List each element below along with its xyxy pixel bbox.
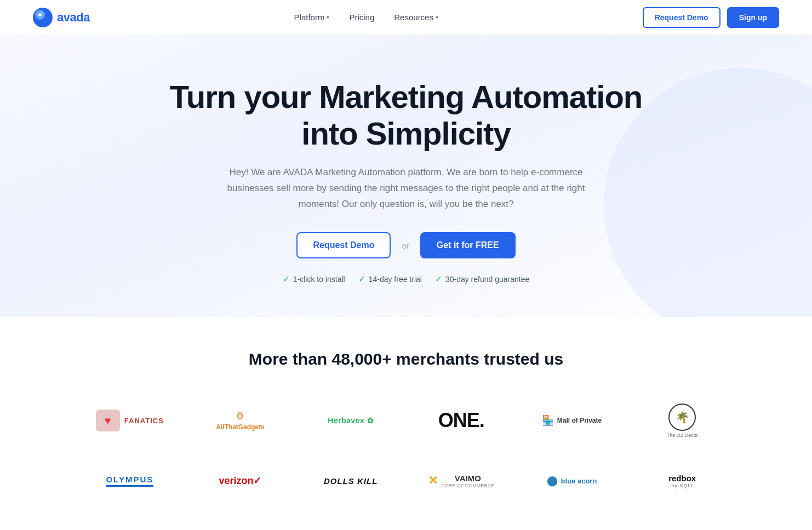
chevron-down-icon: ▾ bbox=[436, 14, 438, 20]
hero-subtitle: Hey! We are AVADA Marketing Automation p… bbox=[220, 165, 592, 212]
vaimo-sub: CORE OF COMMERCE bbox=[441, 483, 494, 488]
oz-label: The OZ Decor bbox=[667, 433, 698, 438]
trusted-section: More than 48,000+ merchants trusted us ♥… bbox=[0, 317, 812, 527]
logo[interactable]: avada bbox=[33, 8, 90, 27]
nav-resources[interactable]: Resources ▾ bbox=[386, 8, 446, 26]
vaimo-label: VAIMO bbox=[441, 474, 494, 483]
redbox-label: redbox bbox=[668, 474, 696, 483]
hero-section: Turn your Marketing Automation into Simp… bbox=[0, 35, 812, 317]
logo-ozdecor: 🌴 The OZ Decor bbox=[656, 396, 709, 445]
allgadgets-label: AllThatGadgets bbox=[216, 423, 265, 431]
chevron-down-icon: ▾ bbox=[327, 14, 329, 20]
logo-mallofprivate: 🏪 Mall of Private bbox=[531, 396, 613, 445]
signup-button[interactable]: Sign up bbox=[727, 7, 779, 28]
logo-fanatics: ♥ FANATICS bbox=[85, 396, 175, 445]
hero-or-label: or bbox=[402, 241, 409, 250]
logo-icon bbox=[33, 8, 53, 27]
nav-platform[interactable]: Platform ▾ bbox=[287, 8, 338, 26]
request-demo-button[interactable]: Request Demo bbox=[643, 7, 720, 28]
hero-title: Turn your Marketing Automation into Simp… bbox=[159, 79, 653, 152]
herbavex-label: Herbavex ✿ bbox=[328, 416, 374, 425]
logo-verizon: verizon✓ bbox=[208, 456, 272, 505]
acorn-icon: ⬤ bbox=[547, 475, 558, 487]
logo-olympus: OLYMPUS bbox=[95, 456, 164, 505]
logo-herbavex: Herbavex ✿ bbox=[317, 396, 385, 445]
logo-one: ONE. bbox=[427, 396, 495, 445]
mall-label: Mall of Private bbox=[557, 417, 602, 424]
logos-grid: ♥ FANATICS ⚙ AllThatGadgets Herbavex ✿ O… bbox=[77, 396, 735, 505]
allgadgets-icon: ⚙ bbox=[236, 410, 244, 422]
blueacorn-label: blue acorn bbox=[561, 477, 597, 485]
one-label: ONE. bbox=[438, 409, 484, 432]
check-icon: ✓ bbox=[435, 274, 442, 284]
trusted-heading: More than 48,000+ merchants trusted us bbox=[33, 350, 779, 368]
badge-install: ✓ 1-click to install bbox=[283, 274, 345, 284]
hero-badges: ✓ 1-click to install ✓ 14-day free trial… bbox=[22, 274, 790, 284]
verizon-label: verizon✓ bbox=[219, 475, 261, 487]
fanatics-label: FANATICS bbox=[124, 417, 164, 425]
hero-get-free-button[interactable]: Get it for FREE bbox=[420, 232, 516, 258]
dollskill-label: DOLLS KILL bbox=[324, 476, 378, 486]
hero-request-demo-button[interactable]: Request Demo bbox=[296, 232, 391, 258]
hero-buttons: Request Demo or Get it for FREE bbox=[22, 232, 790, 258]
logo-vaimo: ✕ VAIMO CORE OF COMMERCE bbox=[417, 456, 505, 505]
logo-dollskill: DOLLS KILL bbox=[313, 456, 388, 505]
logo-blueacorn: ⬤ blue acorn bbox=[536, 456, 608, 505]
olympus-label: OLYMPUS bbox=[106, 475, 153, 487]
mall-icon: 🏪 bbox=[542, 414, 554, 427]
fanatics-heart-icon: ♥ bbox=[96, 410, 120, 431]
vaimo-x-icon: ✕ bbox=[428, 474, 438, 488]
logo-allgadgets: ⚙ AllThatGadgets bbox=[205, 396, 276, 445]
nav-pricing[interactable]: Pricing bbox=[341, 8, 382, 26]
logo-redbox: redbox by SQLI bbox=[657, 456, 707, 505]
navbar: avada Platform ▾ Pricing Resources ▾ Req… bbox=[0, 0, 812, 35]
badge-refund: ✓ 30-day refund guarantee bbox=[435, 274, 529, 284]
redbox-sub: by SQLI bbox=[668, 483, 696, 488]
oz-circle-icon: 🌴 bbox=[668, 404, 696, 431]
nav-cta: Request Demo Sign up bbox=[643, 7, 779, 28]
check-icon: ✓ bbox=[358, 274, 365, 284]
nav-links: Platform ▾ Pricing Resources ▾ bbox=[287, 8, 446, 26]
logo-text: avada bbox=[57, 10, 90, 25]
badge-trial: ✓ 14-day free trial bbox=[358, 274, 422, 284]
check-icon: ✓ bbox=[283, 274, 290, 284]
